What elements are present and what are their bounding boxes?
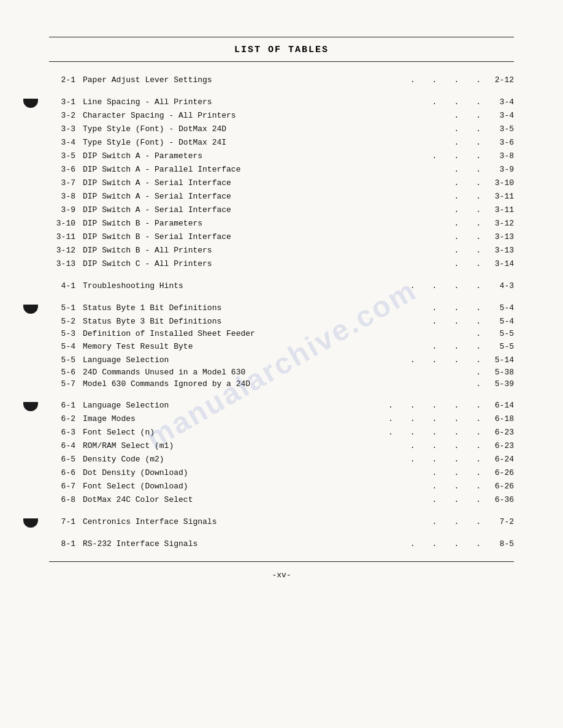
dot: . xyxy=(476,455,481,464)
table-list: 2-1Paper Adjust Lever Settings. . . .2-1… xyxy=(49,73,514,550)
page-title: LIST OF TABLES xyxy=(49,37,514,61)
dot: . xyxy=(476,342,481,351)
row-number: 3-3 xyxy=(49,124,83,134)
row-number: 2-1 xyxy=(49,75,83,85)
dot-leader: . . xyxy=(449,110,483,121)
table-row: 6-6Dot Density (Download). . .6-26 xyxy=(49,466,514,479)
dot: . xyxy=(476,468,481,477)
dot: . xyxy=(476,401,481,410)
dot-leader: . . xyxy=(449,218,483,229)
dot: . xyxy=(454,281,459,290)
row-number: 3-10 xyxy=(49,219,83,228)
dot-leader: . . . xyxy=(427,302,483,313)
row-label: Image Modes xyxy=(83,414,383,423)
row-label: Model 630 Commands Ignored by a 24D xyxy=(83,379,471,389)
dot: . xyxy=(476,379,481,389)
row-number: 6-6 xyxy=(49,468,83,477)
row-label: Memory Test Result Byte xyxy=(83,342,427,351)
row-page: 3-6 xyxy=(483,138,514,147)
dot-leader: . . . xyxy=(427,316,483,327)
row-number: 3-8 xyxy=(49,192,83,201)
row-label: DIP Switch A - Parallel Interface xyxy=(83,165,449,174)
dot-leader: . . . . xyxy=(405,280,483,291)
dot-leader: . . xyxy=(449,191,483,202)
dot: . xyxy=(432,428,437,437)
row-page: 8-5 xyxy=(483,539,514,548)
section-gap xyxy=(49,506,514,515)
row-number: 5-1 xyxy=(49,303,83,313)
row-label: RS-232 Interface Signals xyxy=(83,539,405,548)
row-number: 6-5 xyxy=(49,455,83,464)
table-row: 3-3Type Style (Font) - DotMax 24D. .3-5 xyxy=(49,122,514,135)
section-gap xyxy=(49,528,514,537)
dot: . xyxy=(454,401,459,410)
dot-leader: . . . xyxy=(427,467,483,478)
row-label: Language Selection xyxy=(83,401,383,410)
table-row: 3-5DIP Switch A - Parameters. . .3-8 xyxy=(49,149,514,162)
dot-leader: . . xyxy=(449,164,483,175)
dot: . xyxy=(410,441,415,450)
table-row: 3-4Type Style (Font) - DotMax 24I. .3-6 xyxy=(49,135,514,149)
row-page: 6-24 xyxy=(483,455,514,464)
dot: . xyxy=(476,517,481,526)
dot: . xyxy=(476,97,481,107)
table-row: 5-5Language Selection. . . .5-14 xyxy=(49,353,514,366)
row-page: 3-10 xyxy=(483,178,514,188)
dot: . xyxy=(432,97,437,107)
section-section-2: 2-1Paper Adjust Lever Settings. . . .2-1… xyxy=(49,73,514,86)
dot: . xyxy=(476,178,481,188)
dot-leader: . xyxy=(471,368,483,377)
dot: . xyxy=(454,342,459,351)
row-page: 5-5 xyxy=(483,329,514,338)
thumb-marker xyxy=(23,518,38,528)
dot-leader: . . xyxy=(449,231,483,242)
row-number: 3-11 xyxy=(49,232,83,241)
row-number: 6-3 xyxy=(49,428,83,437)
dot: . xyxy=(432,342,437,351)
row-number: 8-1 xyxy=(49,539,83,548)
row-label: DIP Switch A - Serial Interface xyxy=(83,178,449,188)
row-label: 24D Commands Unused in a Model 630 xyxy=(83,368,471,377)
table-row: 2-1Paper Adjust Lever Settings. . . .2-1… xyxy=(49,73,514,86)
dot-leader: . . xyxy=(449,177,483,188)
table-row: 5-3Definition of Installed Sheet Feeder.… xyxy=(49,328,514,339)
row-label: Density Code (m2) xyxy=(83,455,405,464)
bottom-title-rule xyxy=(49,61,514,62)
dot: . xyxy=(476,482,481,491)
dot: . xyxy=(476,495,481,504)
table-row: 3-7DIP Switch A - Serial Interface. .3-1… xyxy=(49,176,514,189)
row-page: 5-5 xyxy=(483,342,514,351)
dot: . xyxy=(476,232,481,241)
dot-leader: . . . . xyxy=(405,440,483,451)
row-page: 3-13 xyxy=(483,246,514,255)
row-number: 5-2 xyxy=(49,317,83,326)
row-label: Paper Adjust Lever Settings xyxy=(83,75,405,85)
row-page: 7-2 xyxy=(483,517,514,526)
dot: . xyxy=(454,178,459,188)
dot: . xyxy=(476,259,481,268)
dot: . xyxy=(454,75,459,85)
table-row: 6-8DotMax 24C Color Select. . .6-36 xyxy=(49,493,514,506)
dot: . xyxy=(476,75,481,85)
dot: . xyxy=(410,281,415,290)
row-label: Troubleshooting Hints xyxy=(83,281,405,290)
dot: . xyxy=(476,355,481,365)
dot: . xyxy=(476,151,481,161)
table-row: 5-2Status Byte 3 Bit Definitions. . .5-4 xyxy=(49,314,514,328)
dot: . xyxy=(476,205,481,214)
row-number: 5-6 xyxy=(49,368,83,377)
row-number: 6-8 xyxy=(49,495,83,504)
dot: . xyxy=(454,165,459,174)
dot: . xyxy=(432,414,437,423)
dot: . xyxy=(454,138,459,147)
row-number: 4-1 xyxy=(49,281,83,290)
dot: . xyxy=(476,414,481,423)
page: manualarchive.com LIST OF TABLES 2-1Pape… xyxy=(0,0,563,728)
dot: . xyxy=(432,401,437,410)
dot-leader: . . . . xyxy=(405,354,483,365)
row-label: Line Spacing - All Printers xyxy=(83,97,427,107)
dot: . xyxy=(432,441,437,450)
table-row: 3-1Line Spacing - All Printers. . .3-4 xyxy=(49,95,514,108)
row-label: DIP Switch C - All Printers xyxy=(83,259,449,268)
dot: . xyxy=(410,455,415,464)
